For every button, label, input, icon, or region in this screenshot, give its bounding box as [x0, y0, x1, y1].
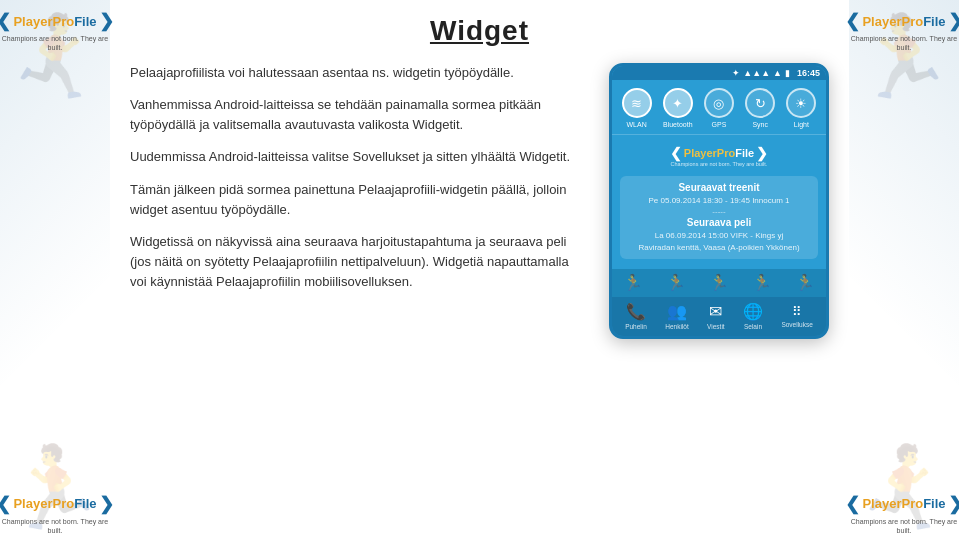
left-side-decoration: ❮ PlayerProFile ❯ Champions are not born…	[0, 0, 110, 545]
bottom-nav-apps[interactable]: ⠿ Sovellukse	[781, 304, 812, 328]
qs-wlan[interactable]: ≋ WLAN	[622, 88, 652, 128]
browser-nav-label: Selain	[744, 323, 762, 330]
phone-nav-icon: 📞	[626, 302, 646, 321]
phone-mockup: ✦ ▲▲▲ ▲ ▮ 16:45 ≋ WLAN	[609, 63, 829, 339]
wifi-status-icon: ▲	[773, 68, 782, 78]
wlan-icon: ≋	[631, 96, 642, 111]
right-side-decoration: ❮ PlayerProFile ❯ Champions are not born…	[849, 0, 959, 545]
gps-icon: ◎	[713, 96, 724, 111]
left-logo-bottom-chevron-left: ❮	[0, 493, 11, 515]
runner-strip: 🏃 🏃 🏃 🏃 🏃	[612, 269, 826, 297]
qs-gps[interactable]: ◎ GPS	[704, 88, 734, 128]
runner-icon-3: 🏃	[709, 273, 729, 292]
bottom-nav-phone[interactable]: 📞 Puhelin	[625, 302, 647, 330]
bottom-nav-messages[interactable]: ✉ Viestit	[707, 302, 725, 330]
training-event-card: Seuraavat treenit Pe 05.09.2014 18:30 - …	[620, 176, 818, 259]
status-time: 16:45	[797, 68, 820, 78]
training-event-detail: Pe 05.09.2014 18:30 - 19:45 Innocum 1	[628, 195, 810, 206]
light-icon: ☀	[795, 96, 807, 111]
left-logo-top: ❮ PlayerProFile ❯ Champions are not born…	[0, 10, 114, 52]
phone-logo-chevron-left: ❮	[670, 145, 682, 161]
runner-icon-5: 🏃	[795, 273, 815, 292]
qs-bluetooth[interactable]: ✦ Bluetooth	[663, 88, 693, 128]
text-block-4: Tämän jälkeen pidä sormea painettuna Pel…	[130, 180, 579, 220]
right-logo-chevron-left: ❮	[845, 10, 860, 32]
battery-status-icon: ▮	[785, 68, 790, 78]
phone-nav-label: Puhelin	[625, 323, 647, 330]
runner-icon-4: 🏃	[752, 273, 772, 292]
qs-wlan-icon-circle: ≋	[622, 88, 652, 118]
qs-gps-label: GPS	[712, 121, 727, 128]
qs-light-icon-circle: ☀	[786, 88, 816, 118]
runner-icon-1: 🏃	[623, 273, 643, 292]
right-logo-bottom-chevron-right: ❯	[948, 493, 959, 515]
apps-nav-label: Sovellukse	[781, 321, 812, 328]
event-separator: -----	[628, 207, 810, 216]
right-logo-top: ❮ PlayerProFile ❯ Champions are not born…	[845, 10, 959, 52]
phone-main-area: ❮ PlayerProFile ❯ Champions are not born…	[612, 135, 826, 269]
bluetooth-status-icon: ✦	[732, 68, 740, 78]
browser-nav-icon: 🌐	[743, 302, 763, 321]
content-body: Pelaajaprofiilista voi halutessaan asent…	[130, 63, 829, 339]
left-logo-text: PlayerProFile	[13, 14, 96, 29]
left-logo-bottom: ❮ PlayerProFile ❯ Champions are not born…	[0, 493, 114, 535]
phone-logo-tagline: Champions are not born. They are built.	[671, 161, 768, 168]
phone-playerprofile-logo: ❮ PlayerProFile ❯ Champions are not born…	[670, 145, 768, 168]
apps-nav-icon: ⠿	[792, 304, 803, 319]
text-block-1: Pelaajaprofiilista voi halutessaan asent…	[130, 63, 579, 83]
text-column: Pelaajaprofiilista voi halutessaan asent…	[130, 63, 579, 304]
qs-sync[interactable]: ↻ Sync	[745, 88, 775, 128]
quick-settings-row: ≋ WLAN ✦ Bluetooth ◎ GPS	[612, 80, 826, 135]
main-content-area: Widget Pelaajaprofiilista voi halutessaa…	[110, 0, 849, 545]
page-title: Widget	[430, 15, 529, 47]
qs-sync-icon-circle: ↻	[745, 88, 775, 118]
phone-bottom-nav: 📞 Puhelin 👥 Henkilöt ✉ Viestit 🌐 Selain	[612, 297, 826, 336]
sync-icon: ↻	[755, 96, 766, 111]
left-logo-bottom-chevron-right: ❯	[99, 493, 114, 515]
left-logo-tagline: Champions are not born. They are built.	[0, 34, 114, 52]
text-block-3: Uudemmissa Android-laitteissa valitse So…	[130, 147, 579, 167]
right-logo-chevron-right: ❯	[948, 10, 959, 32]
left-logo-bottom-tagline: Champions are not born. They are built.	[0, 517, 114, 535]
signal-status-icon: ▲▲▲	[743, 68, 770, 78]
game-event-title: Seuraava peli	[628, 217, 810, 228]
messages-nav-label: Viestit	[707, 323, 725, 330]
runner-icon-2: 🏃	[666, 273, 686, 292]
text-block-2: Vanhemmissa Android-laitteissa se tehdää…	[130, 95, 579, 135]
qs-bluetooth-label: Bluetooth	[663, 121, 693, 128]
text-block-5: Widgetissä on näkyvissä aina seuraava ha…	[130, 232, 579, 292]
bluetooth-icon: ✦	[672, 96, 683, 111]
people-nav-icon: 👥	[667, 302, 687, 321]
right-logo-bottom: ❮ PlayerProFile ❯ Champions are not born…	[845, 493, 959, 535]
left-logo-chevron-left: ❮	[0, 10, 11, 32]
right-logo-bottom-text: PlayerProFile	[862, 496, 945, 511]
phone-logo-text: PlayerProFile	[684, 147, 754, 159]
qs-gps-icon-circle: ◎	[704, 88, 734, 118]
people-nav-label: Henkilöt	[665, 323, 688, 330]
right-logo-text: PlayerProFile	[862, 14, 945, 29]
qs-sync-label: Sync	[752, 121, 768, 128]
phone-logo-chevron-right: ❯	[756, 145, 768, 161]
qs-light-label: Light	[794, 121, 809, 128]
right-logo-tagline: Champions are not born. They are built.	[845, 34, 959, 52]
messages-nav-icon: ✉	[709, 302, 722, 321]
bottom-nav-people[interactable]: 👥 Henkilöt	[665, 302, 688, 330]
left-logo-chevron-right: ❯	[99, 10, 114, 32]
phone-status-bar: ✦ ▲▲▲ ▲ ▮ 16:45	[612, 66, 826, 80]
qs-wlan-label: WLAN	[626, 121, 646, 128]
game-event-detail: La 06.09.2014 15:00 VIFK - Kings yjRavir…	[628, 230, 810, 252]
left-logo-bottom-text: PlayerProFile	[13, 496, 96, 511]
qs-bluetooth-icon-circle: ✦	[663, 88, 693, 118]
right-logo-bottom-tagline: Champions are not born. They are built.	[845, 517, 959, 535]
bottom-nav-browser[interactable]: 🌐 Selain	[743, 302, 763, 330]
right-logo-bottom-chevron-left: ❮	[845, 493, 860, 515]
qs-light[interactable]: ☀ Light	[786, 88, 816, 128]
training-event-title: Seuraavat treenit	[628, 182, 810, 193]
